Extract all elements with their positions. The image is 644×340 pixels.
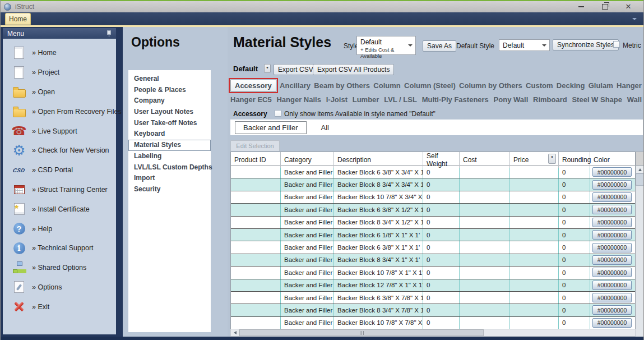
cell-self-weight[interactable]: 0 — [423, 292, 460, 304]
cell-self-weight[interactable]: 0 — [423, 279, 460, 291]
cell-description[interactable]: Backer Block 8 3/4" X 1" X 1' — [334, 254, 423, 266]
cell-self-weight[interactable]: 0 — [423, 267, 460, 278]
menu-item[interactable]: » Home — [3, 43, 116, 63]
color-picker-button[interactable]: #00000000 — [592, 305, 632, 315]
horizontal-scrollbar[interactable] — [230, 329, 636, 337]
title-bar[interactable]: iStruct — [1, 1, 643, 12]
cell-cost[interactable] — [460, 217, 510, 228]
table-column-header[interactable]: Self Weight — [423, 152, 460, 168]
color-picker-button[interactable]: #00000000 — [592, 318, 632, 328]
category-tab[interactable]: LVL / LSL — [384, 94, 417, 105]
color-picker-button[interactable]: #00000000 — [592, 167, 632, 177]
color-picker-button[interactable]: #00000000 — [592, 180, 632, 190]
cell-price[interactable] — [510, 191, 559, 203]
cell-price[interactable] — [510, 267, 559, 278]
cell-category[interactable]: Backer and Filler — [281, 267, 334, 278]
tab-home[interactable]: Home — [5, 13, 31, 25]
cell-description[interactable]: Backer Block 8 3/4" X 7/8" X 1' — [334, 304, 423, 316]
cell-rounding[interactable]: 0 — [559, 304, 590, 316]
category-tab[interactable]: Pony Wall — [494, 94, 529, 105]
cell-price[interactable] — [510, 204, 559, 215]
cell-description[interactable]: Backer Block 6 3/8" X 1/2" X 1' — [334, 204, 423, 215]
color-picker-button[interactable]: #00000000 — [592, 192, 632, 202]
restore-button[interactable] — [593, 2, 617, 12]
options-list-item[interactable]: Import — [128, 173, 211, 184]
cell-product-id[interactable] — [231, 254, 281, 266]
category-tab[interactable]: Beam by Others — [314, 80, 370, 91]
cell-rounding[interactable]: 0 — [559, 229, 590, 241]
cell-description[interactable]: Backer Block 10 7/8" X 7/8" X 1' — [334, 317, 423, 329]
cell-price[interactable] — [510, 254, 559, 266]
table-column-header[interactable]: Product ID — [231, 152, 281, 168]
pin-icon[interactable] — [106, 30, 112, 37]
cell-cost[interactable] — [460, 279, 510, 291]
cell-rounding[interactable]: 0 — [559, 267, 590, 278]
export-csv-button[interactable]: Export CSV — [274, 64, 318, 75]
menu-item[interactable]: » Live Support — [3, 121, 116, 141]
menu-item[interactable]: » Exit — [3, 297, 116, 316]
vertical-scroll-thumb[interactable] — [636, 173, 644, 186]
cell-product-id[interactable] — [231, 217, 281, 228]
cell-cost[interactable] — [460, 204, 510, 215]
category-tab[interactable]: Ancillary — [280, 80, 311, 91]
cell-rounding[interactable]: 0 — [559, 292, 590, 304]
table-column-header[interactable]: Category — [281, 152, 334, 168]
category-tab[interactable]: Hanger EC5 — [230, 94, 272, 105]
menu-item[interactable]: » Technical Support — [3, 238, 116, 258]
horizontal-scroll-thumb[interactable] — [239, 329, 484, 336]
scroll-up-button[interactable] — [636, 166, 644, 173]
category-tab[interactable]: Custom — [526, 80, 553, 91]
cell-price[interactable] — [510, 279, 559, 291]
subcategory-tab[interactable]: All — [313, 122, 337, 134]
vertical-scrollbar[interactable] — [636, 151, 644, 340]
cell-rounding[interactable]: 0 — [559, 241, 590, 253]
menu-item[interactable]: » Check for New Version — [3, 141, 116, 160]
cell-product-id[interactable] — [231, 317, 281, 329]
cell-category[interactable]: Backer and Filler — [281, 241, 334, 253]
color-picker-button[interactable]: #00000000 — [592, 230, 632, 240]
cell-category[interactable]: Backer and Filler — [281, 254, 334, 266]
menu-item[interactable]: » Help — [3, 219, 116, 238]
table-column-header[interactable]: Color — [590, 152, 635, 168]
close-button[interactable] — [617, 2, 640, 12]
price-filter-button[interactable]: * — [548, 154, 556, 164]
cell-description[interactable]: Backer Block 6 3/8" X 7/8" X 1' — [334, 292, 423, 304]
cell-cost[interactable] — [460, 304, 510, 316]
cell-cost[interactable] — [460, 191, 510, 203]
cell-self-weight[interactable]: 0 — [423, 178, 460, 190]
category-tab[interactable]: Rimboard — [533, 94, 567, 105]
cell-category[interactable]: Backer and Filler — [281, 229, 334, 241]
style-dropdown[interactable]: Default + Edits Cost & Available — [356, 36, 416, 55]
cell-category[interactable]: Backer and Filler — [281, 204, 334, 215]
cell-description[interactable]: Backer Block 6 3/8" X 1" X 1' — [334, 241, 423, 253]
edit-selection-button[interactable]: Edit Selection — [230, 140, 280, 151]
color-picker-button[interactable]: #00000000 — [592, 218, 632, 227]
table-column-header[interactable]: Price * — [510, 152, 559, 168]
color-picker-button[interactable]: #00000000 — [592, 281, 632, 290]
category-tab[interactable]: Glulam — [589, 80, 613, 91]
cell-rounding[interactable]: 0 — [559, 191, 590, 203]
scroll-left-button[interactable] — [231, 329, 239, 336]
table-column-header[interactable]: Description — [334, 152, 423, 168]
options-list-item[interactable]: Material Styles — [128, 140, 211, 151]
horizontal-scroll-track[interactable] — [484, 329, 635, 336]
cell-self-weight[interactable]: 0 — [423, 191, 460, 203]
options-list-item[interactable]: User Take-off Notes — [128, 118, 211, 129]
menu-item[interactable]: » Open — [3, 82, 116, 102]
cell-description[interactable]: Backer Block 8 3/4" X 1/2" X 1' — [334, 217, 423, 228]
cell-price[interactable] — [510, 317, 559, 329]
cell-category[interactable]: Backer and Filler — [281, 317, 334, 329]
category-tab[interactable]: Hanger Nails — [276, 94, 321, 105]
cell-cost[interactable] — [460, 317, 510, 329]
metric-checkbox[interactable] — [613, 41, 620, 48]
cell-self-weight[interactable]: 0 — [423, 254, 460, 266]
table-column-header[interactable]: Rounding — [559, 152, 590, 168]
color-picker-button[interactable]: #00000000 — [592, 255, 632, 265]
category-tab[interactable]: Multi-Ply Fasteners — [422, 94, 489, 105]
save-as-button[interactable]: Save As — [423, 40, 456, 52]
menu-item[interactable]: » Open From Recovery Files — [3, 102, 116, 121]
cell-category[interactable]: Backer and Filler — [281, 217, 334, 228]
menu-item[interactable]: » iStruct Training Center — [3, 180, 116, 200]
table-column-header[interactable]: Cost — [460, 152, 510, 168]
synchronize-styles-button[interactable]: Synchronize Styles — [553, 39, 619, 50]
